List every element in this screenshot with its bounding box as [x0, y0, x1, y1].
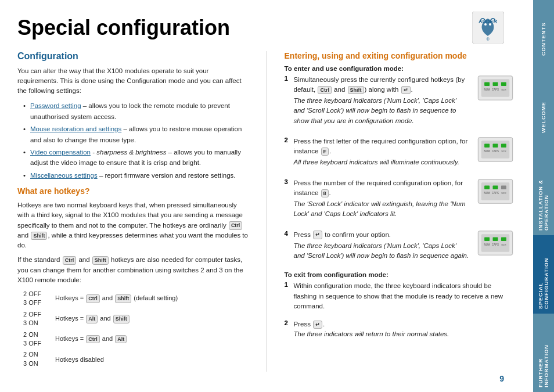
svg-rect-23 [484, 185, 490, 189]
step-2-text: Press the first letter of the required c… [294, 136, 470, 157]
key-icon: ↵ [401, 86, 411, 95]
svg-text:SCR: SCR [501, 243, 506, 246]
step-2-note: All three keyboard indicators will illum… [294, 157, 470, 167]
password-link[interactable]: Password setting [30, 102, 81, 109]
svg-text:NUM: NUM [484, 88, 490, 91]
sidebar-tab-special[interactable]: SPECIAL CONFIGURATION [533, 235, 554, 314]
ctrl-kbd: Ctrl [86, 294, 100, 303]
ctrl-kbd3: Ctrl [318, 86, 332, 95]
step-4-text: Press ↵ to confirm your option. [294, 230, 391, 240]
hotkeys-para2: If the standard Ctrl and Shift hotkeys a… [17, 255, 249, 285]
misc-link[interactable]: Miscellaneous settings [30, 172, 98, 179]
sidebar: CONTENTS WELCOME INSTALLATION & OPERATIO… [533, 0, 554, 392]
config-heading: Configuration [17, 51, 249, 62]
config-intro: You can alter the way that the X100 modu… [17, 66, 249, 96]
svg-text:CAPS: CAPS [492, 243, 499, 246]
list-item: Video compensation - sharpness & brightn… [23, 147, 249, 168]
svg-rect-33 [501, 237, 506, 240]
page-number: 9 [499, 374, 504, 383]
page-title: Special configuration [17, 16, 516, 39]
kbd-indicator-4: NUM CAPS SCR [475, 230, 516, 256]
svg-rect-32 [493, 237, 498, 240]
installation-label: INSTALLATION & OPERATION [538, 161, 549, 231]
shift-kbd3: Shift [348, 86, 364, 95]
step-3-note: The 'Scroll Lock' indicator will extingu… [294, 199, 470, 220]
exit-step-1-text: Within configuration mode, the three key… [294, 281, 516, 311]
exit-heading: To exit from configuration mode: [285, 271, 516, 278]
ctrl-kbd2: Ctrl [86, 335, 100, 344]
step-1-note: The three keyboard indicators ('Num Lock… [294, 96, 470, 126]
enter-key2: ↵ [313, 321, 322, 329]
svg-rect-25 [501, 185, 506, 189]
hotkey-row: 2 ON3 OFF Hotkeys = Ctrl and Alt [23, 330, 249, 348]
right-column: Entering, using and exiting configuratio… [285, 51, 516, 372]
step-num: 2 [285, 136, 292, 143]
svg-text:CAPS: CAPS [492, 88, 499, 91]
step-1: 1 Simultaneously press the currently con… [285, 75, 516, 131]
svg-rect-24 [493, 185, 498, 189]
svg-rect-7 [484, 82, 490, 85]
svg-point-2 [484, 23, 487, 26]
step-3: 3 Press the number of the required confi… [285, 178, 516, 224]
svg-text:CAPS: CAPS [492, 192, 499, 195]
svg-rect-31 [484, 237, 490, 240]
kbd-indicator-2: NUM CAPS SCR [475, 136, 516, 163]
video-link[interactable]: Video compensation [30, 149, 91, 156]
kbd-indicator-3: NUM CAPS SCR [475, 178, 516, 204]
svg-text:SCR: SCR [501, 150, 506, 153]
alt-kbd2: Alt [115, 335, 127, 344]
main-content: ADDER ® Special configuration Configurat… [0, 0, 533, 392]
step-num: 1 [285, 75, 292, 82]
svg-text:SCR: SCR [501, 192, 506, 195]
exit-step-num: 2 [285, 319, 292, 326]
left-column: Configuration You can alter the way that… [17, 51, 249, 372]
sidebar-tab-contents[interactable]: CONTENTS [533, 0, 554, 78]
shift-key: Shift [31, 232, 47, 240]
exit-step-num: 1 [285, 281, 292, 288]
num-key: 8 [321, 189, 329, 198]
page-container: ADDER ® Special configuration Configurat… [0, 0, 554, 392]
hotkey-row: 2 OFF3 OFF Hotkeys = Ctrl and Shift (def… [23, 290, 249, 308]
shift-key2: Shift [92, 256, 109, 265]
svg-text:®: ® [486, 37, 490, 41]
hotkey-row: 2 OFF3 ON Hotkeys = Alt and Shift [23, 310, 249, 328]
mouse-link[interactable]: Mouse restoration and settings [30, 125, 121, 132]
vertical-divider [267, 51, 267, 372]
step-1-text: Simultaneously press the currently confi… [294, 75, 470, 95]
hotkeys-intro-text: Hotkeys are two normal keyboard keys tha… [17, 200, 249, 250]
hotkeys-heading: What are hotkeys? [17, 186, 249, 196]
enter-key: ↵ [313, 231, 322, 239]
exit-step-2: 2 Press ↵. The three indicators will ret… [285, 319, 516, 344]
kbd-indicator-1: NUM CAPS SCR [475, 75, 516, 101]
svg-text:NUM: NUM [484, 243, 490, 246]
two-col-layout: Configuration You can alter the way that… [17, 51, 516, 372]
contents-label: CONTENTS [541, 23, 546, 56]
sidebar-tab-installation[interactable]: INSTALLATION & OPERATION [533, 157, 554, 235]
welcome-label: WELCOME [541, 102, 546, 134]
step-num: 3 [285, 178, 292, 185]
enter-use-heading: To enter and use configuration mode: [285, 65, 516, 72]
ctrl-key2: Ctrl [63, 256, 77, 265]
f-key: F [321, 148, 329, 156]
step-4: 4 Press ↵ to confirm your option. The th… [285, 230, 516, 266]
ctrl-key: Ctrl [229, 221, 243, 230]
adder-logo: ADDER ® [472, 12, 504, 44]
step-2: 2 Press the first letter of the required… [285, 136, 516, 172]
list-item: Password setting – allows you to lock th… [23, 100, 249, 122]
svg-text:CAPS: CAPS [492, 150, 499, 153]
sidebar-tab-welcome[interactable]: WELCOME [533, 78, 554, 157]
svg-point-3 [489, 23, 491, 26]
svg-rect-15 [484, 143, 490, 147]
list-item: Mouse restoration and settings – allows … [23, 124, 249, 145]
sidebar-tab-further[interactable]: FURTHER INFORMATION [533, 314, 554, 392]
hotkey-table: 2 OFF3 OFF Hotkeys = Ctrl and Shift (def… [23, 290, 249, 368]
svg-rect-8 [493, 82, 498, 85]
step-3-text: Press the number of the required configu… [294, 178, 470, 199]
step-4-note: The three keyboard indicators ('Num Lock… [294, 241, 470, 261]
shift-kbd2: Shift [113, 315, 129, 323]
svg-text:SCR: SCR [501, 88, 506, 91]
svg-rect-9 [501, 82, 506, 85]
hotkey-row: 2 ON3 ON Hotkeys disabled [23, 350, 249, 368]
special-label: SPECIAL CONFIGURATION [538, 240, 549, 309]
alt-kbd: Alt [86, 315, 98, 323]
